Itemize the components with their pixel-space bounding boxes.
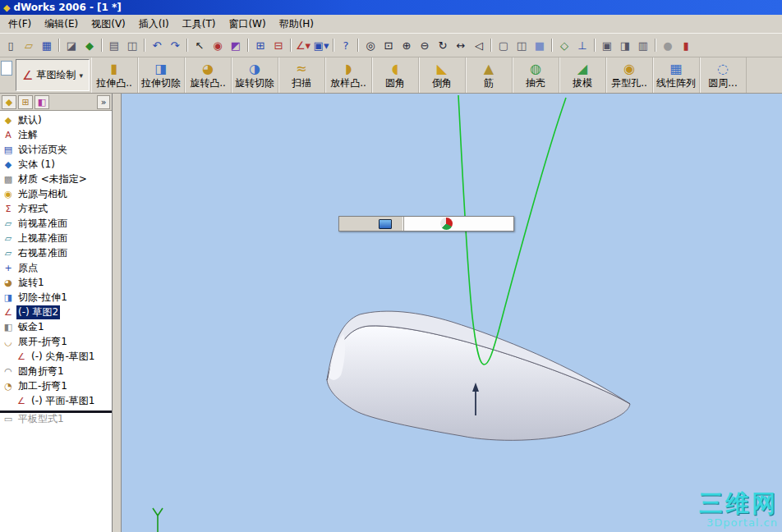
configuration-manager-tab[interactable]: ◧ xyxy=(34,95,49,109)
menu-file[interactable]: 件(F) xyxy=(2,16,38,33)
menu-tools[interactable]: 工具(T) xyxy=(176,16,223,33)
feature-linear-pattern[interactable]: ▦ 线性阵列 xyxy=(653,57,700,93)
menu-insert[interactable]: 插入(I) xyxy=(132,16,176,33)
feature-extrude-cut[interactable]: ◨ 拉伸切除 xyxy=(138,57,185,93)
feature-label: 旋转凸.. xyxy=(190,76,226,90)
tree-item-process-bends1[interactable]: ◔ 加工-折弯1 xyxy=(0,378,112,393)
full-screen-icon[interactable]: ▥ xyxy=(634,36,652,54)
tree-item-cut-extrude1[interactable]: ◨ 切除-拉伸1 xyxy=(0,290,112,305)
feature-draft[interactable]: ◢ 拔模 xyxy=(559,57,606,93)
tree-item-flatten-bends1[interactable]: ◡ 展开-折弯1 xyxy=(0,334,112,349)
pan-icon[interactable]: ↔ xyxy=(452,36,470,54)
wireframe-icon[interactable]: ▢ xyxy=(494,36,513,54)
make-assembly-icon[interactable]: ◆ xyxy=(80,36,99,54)
tree-item-sheet-metal1[interactable]: ◧ 钣金1 xyxy=(0,319,112,334)
tree-item-front-plane[interactable]: ▱ 前视基准面 xyxy=(0,216,112,231)
view-orientation-icon[interactable]: ◇ xyxy=(555,36,573,54)
undo-icon[interactable]: ↶ xyxy=(148,36,166,54)
panel-tab-strip: ◆ ⊞ ◧ » xyxy=(0,94,112,111)
sketch-dropdown-icon[interactable]: ∠▾ xyxy=(294,36,312,54)
normal-to-icon[interactable]: ⊥ xyxy=(573,36,591,54)
tree-item-equations[interactable]: Σ 方程式 xyxy=(0,201,112,216)
menu-edit[interactable]: 编辑(E) xyxy=(38,16,85,33)
save-icon[interactable]: ▦ xyxy=(38,36,56,54)
rebuild-icon[interactable]: ◉ xyxy=(209,36,227,54)
feature-loft[interactable]: ◗ 放样凸.. xyxy=(325,57,372,93)
select-icon[interactable]: ↖ xyxy=(191,36,209,54)
sheet-metal-model[interactable] xyxy=(327,311,630,440)
feature-icon: ▲ xyxy=(484,61,494,76)
feature-extrude-boss[interactable]: ▮ 拉伸凸.. xyxy=(91,57,138,93)
tree-item-revolve1[interactable]: ◕ 旋转1 xyxy=(0,275,112,290)
feature-label: 放样凸.. xyxy=(330,76,366,90)
print-preview-icon[interactable]: ◫ xyxy=(123,36,141,54)
hidden-lines-icon[interactable]: ◫ xyxy=(513,36,531,54)
feature-shell[interactable]: ◍ 抽壳 xyxy=(513,57,559,93)
redo-icon[interactable]: ↷ xyxy=(166,36,184,54)
zoom-area-icon[interactable]: ⊡ xyxy=(380,36,398,54)
make-drawing-icon[interactable]: ◪ xyxy=(62,36,80,54)
record-icon[interactable]: ● xyxy=(659,36,677,54)
feature-sweep[interactable]: ≈ 扫描 xyxy=(278,57,325,93)
toolbar-combo-stub[interactable] xyxy=(1,61,12,76)
zoom-out-icon[interactable]: ⊖ xyxy=(416,36,434,54)
monitor-icon xyxy=(379,219,392,229)
edit-color-icon[interactable]: ◩ xyxy=(227,36,245,54)
tree-item-right-plane[interactable]: ▱ 右视基准面 xyxy=(0,245,112,260)
tree-item-origin[interactable]: + 原点 xyxy=(0,260,112,275)
feature-tree: ◆ 默认) A 注解 ▤ 设计活页夹 ◆ 实体 xyxy=(0,111,112,532)
menu-view[interactable]: 视图(V) xyxy=(85,16,132,33)
print-icon[interactable]: ▤ xyxy=(105,36,123,54)
tree-item-sketch2[interactable]: ∠ (-) 草图2 xyxy=(0,305,112,319)
tree-item-solid-bodies[interactable]: ◆ 实体 (1) xyxy=(0,157,112,172)
feature-chamfer[interactable]: ◣ 倒角 xyxy=(419,57,466,93)
tree-item-top-plane[interactable]: ▱ 上视基准面 xyxy=(0,231,112,245)
floating-window-left xyxy=(339,217,404,231)
previous-view-icon[interactable]: ◁ xyxy=(470,36,488,54)
rotate-view-icon[interactable]: ↻ xyxy=(434,36,452,54)
texture-icon[interactable]: ⊞ xyxy=(251,36,269,54)
viewport[interactable]: 三维网 3Dportal.cn xyxy=(122,94,782,532)
feature-icon: ◣ xyxy=(437,61,447,76)
chevron-down-icon[interactable]: ▾ xyxy=(79,71,83,80)
menu-help[interactable]: 帮助(H) xyxy=(273,16,320,33)
feature-manager-tab[interactable]: ◆ xyxy=(2,95,16,109)
tree-item-icon: ▱ xyxy=(2,218,14,229)
tree-item-lights-cameras[interactable]: ◉ 光源与相机 xyxy=(0,186,112,201)
tree-item-label: 展开-折弯1 xyxy=(16,335,69,349)
tree-item-design-binder[interactable]: ▤ 设计活页夹 xyxy=(0,142,112,157)
options-icon[interactable]: ⊟ xyxy=(269,36,288,54)
floating-window[interactable] xyxy=(338,216,514,232)
feature-icon: ◢ xyxy=(577,61,587,76)
sketch-button[interactable]: ∠ 草图绘制 ▾ xyxy=(16,59,90,91)
feature-fillet[interactable]: ◖ 圆角 xyxy=(372,57,419,93)
tree-item-flat-pattern1[interactable]: ▭ 平板型式1 xyxy=(0,410,112,425)
feature-rib[interactable]: ▲ 筋 xyxy=(466,57,513,93)
tree-item-annotations[interactable]: A 注解 xyxy=(0,127,112,142)
reference-dropdown-icon[interactable]: ▣▾ xyxy=(312,36,330,54)
feature-revolve-cut[interactable]: ◑ 旋转切除 xyxy=(232,57,278,93)
zoom-in-icon[interactable]: ⊕ xyxy=(398,36,416,54)
tree-item-sharp-sketch1[interactable]: ∠ (-) 尖角-草图1 xyxy=(0,349,112,364)
partial-toolbar-icon[interactable]: ▮ xyxy=(677,36,695,54)
shaded-icon[interactable]: ■ xyxy=(531,36,549,54)
new-document-icon[interactable]: ▯ xyxy=(2,36,20,54)
property-manager-tab[interactable]: ⊞ xyxy=(18,95,33,109)
help-icon[interactable]: ? xyxy=(337,36,355,54)
zoom-fit-icon[interactable]: ◎ xyxy=(361,36,380,54)
open-icon[interactable]: ▱ xyxy=(20,36,38,54)
tile-window-icon[interactable]: ▣ xyxy=(598,36,616,54)
feature-circular-pattern[interactable]: ◌ 圆周... xyxy=(700,57,747,93)
tree-item-part[interactable]: ◆ 默认) xyxy=(0,112,112,127)
feature-revolve-boss[interactable]: ◕ 旋转凸.. xyxy=(185,57,232,93)
tree-item-material[interactable]: ▩ 材质 <未指定> xyxy=(0,172,112,186)
split-window-icon[interactable]: ◨ xyxy=(616,36,634,54)
feature-hole-wizard[interactable]: ◉ 异型孔.. xyxy=(606,57,653,93)
tree-item-round-bend1[interactable]: ◠ 圆角折弯1 xyxy=(0,364,112,378)
panel-collapse-button[interactable]: » xyxy=(97,95,110,109)
feature-label: 拉伸凸.. xyxy=(96,76,132,90)
tree-item-icon: ▭ xyxy=(2,414,14,424)
tree-item-flat-sketch1[interactable]: ∠ (-) 平面-草图1 xyxy=(0,393,112,408)
panel-divider[interactable] xyxy=(113,94,122,532)
menu-window[interactable]: 窗口(W) xyxy=(222,16,272,33)
